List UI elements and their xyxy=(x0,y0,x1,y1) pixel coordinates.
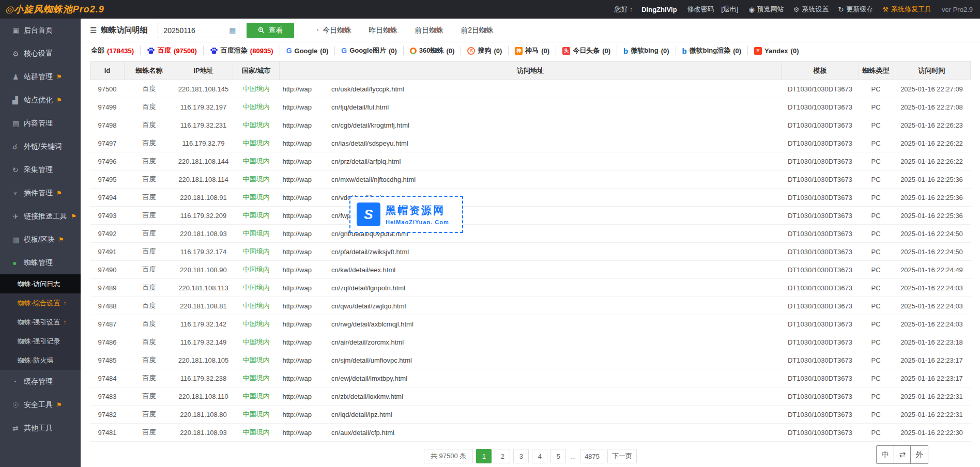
page-button-1[interactable]: 1 xyxy=(476,449,492,463)
filter-tab-搜狗[interactable]: S搜狗(0) xyxy=(461,46,509,55)
sidebar-item-核心设置[interactable]: ⚙核心设置 xyxy=(0,42,81,65)
logout-link[interactable]: [退出] xyxy=(721,5,738,14)
page-button-2[interactable]: 2 xyxy=(495,449,510,463)
sidebar-item-站群管理[interactable]: ♟站群管理⚑ xyxy=(0,65,81,88)
change-password-link[interactable]: 修改密码 [退出] xyxy=(687,5,739,14)
submenu-item-蜘蛛·综合设置[interactable]: 蜘蛛·综合设置↑ xyxy=(0,293,81,313)
next-page-button[interactable]: 下一页 xyxy=(607,449,637,463)
filter-tab-Google[interactable]: GGoogle(0) xyxy=(280,46,335,55)
cell-ip: 220.181.108.93 xyxy=(174,225,233,243)
sidebar-item-蜘蛛管理[interactable]: ●蜘蛛管理 xyxy=(0,251,81,274)
filter-tab-神马[interactable]: 神神马(0) xyxy=(509,46,556,55)
sidebar-item-插件管理[interactable]: ♆插件管理⚑ xyxy=(0,181,81,205)
submenu-item-蜘蛛·强引设置[interactable]: 蜘蛛·强引设置↑ xyxy=(0,313,81,332)
cell-visit-url: http://wapcn/pfa/detail/zwiksjvft.html xyxy=(280,243,782,261)
cell-spider-name: 百度 xyxy=(125,207,174,225)
so360-icon xyxy=(410,48,417,54)
spider-submenu: 蜘蛛·访问日志蜘蛛·综合设置↑蜘蛛·强引设置↑蜘蛛·强引记录蜘蛛·防火墙 xyxy=(0,274,81,370)
sidebar-item-站点优化[interactable]: ▟站点优化⚑ xyxy=(0,88,81,112)
cell-spider-type: PC xyxy=(859,351,893,369)
cell-visit-url: http://wapcn/cgb/detail/krogtmfj.html xyxy=(280,116,782,134)
refresh-icon: ↻ xyxy=(12,166,24,174)
url-path[interactable]: cn/pfa/detail/zwiksjvft.html xyxy=(331,248,409,256)
page-button-4[interactable]: 4 xyxy=(532,449,547,463)
navbar-link[interactable]: ◉预览网站 xyxy=(748,5,784,14)
page-button-5[interactable]: 5 xyxy=(550,449,566,463)
cell-id: 97493 xyxy=(90,207,125,225)
cell-template: DT1030/1030DT3673 xyxy=(782,116,859,134)
filter-tab-Yandex[interactable]: YYandex(0) xyxy=(748,47,805,55)
date-picker: ▦ xyxy=(158,23,239,38)
view-button[interactable]: 查看 xyxy=(247,23,294,38)
page-button-last[interactable]: 4875 xyxy=(580,449,604,463)
sidebar-item-模板/区块[interactable]: ▦模板/区块⚑ xyxy=(0,228,81,251)
cell-visit-time: 2025-01-16 22:24:50 xyxy=(893,243,971,261)
url-path[interactable]: cn/rwg/detail/axblcmqjl.html xyxy=(331,320,414,328)
url-prefix: http://wap xyxy=(283,338,312,346)
cell-ip: 116.179.32.174 xyxy=(174,243,233,261)
submenu-item-label: 蜘蛛·强引记录 xyxy=(18,337,60,346)
translate-widget[interactable]: 中 ⇄ 外 xyxy=(876,445,928,464)
submenu-item-蜘蛛·强引记录[interactable]: 蜘蛛·强引记录 xyxy=(0,332,81,351)
quick-link-昨日蜘蛛[interactable]: 昨日蜘蛛 xyxy=(360,26,406,35)
url-prefix: http://wap xyxy=(283,266,312,274)
date-input[interactable] xyxy=(158,23,239,38)
url-prefix: http://wap xyxy=(283,85,312,93)
baidu-paw-icon xyxy=(210,47,218,55)
up-arrow-icon: ↑ xyxy=(63,300,66,307)
url-path[interactable]: cn/sjm/detail/umfiovpc.html xyxy=(331,356,412,364)
pin-icon: ⚑ xyxy=(56,190,62,197)
url-path[interactable]: cn/prz/detail/arfplq.html xyxy=(331,158,401,165)
quick-link-前日蜘蛛[interactable]: 前日蜘蛛 xyxy=(406,26,452,35)
submenu-item-蜘蛛·防火墙[interactable]: 蜘蛛·防火墙 xyxy=(0,351,81,370)
filter-tab-全部[interactable]: 全部(178435) xyxy=(90,46,141,55)
cell-spider-name: 百度 xyxy=(125,297,174,315)
url-path[interactable]: cn/aux/detail/cfp.html xyxy=(331,429,394,437)
navbar-link[interactable]: ↻更新缓存 xyxy=(838,5,873,14)
sidebar-item-其他工具[interactable]: ⇄其他工具 xyxy=(0,416,81,440)
url-path[interactable]: cn/cgb/detail/krogtmfj.html xyxy=(331,121,409,129)
url-path[interactable]: cn/fjq/detail/ful.html xyxy=(331,103,389,111)
sidebar-item-外链/关键词[interactable]: ☌外链/关键词 xyxy=(0,135,81,158)
filter-tab-微软bing[interactable]: b微软bing(0) xyxy=(617,46,676,55)
cell-location: 中国境内 xyxy=(233,424,280,442)
location-label: 中国境内 xyxy=(243,121,270,129)
filter-tab-360蜘蛛[interactable]: 360蜘蛛(0) xyxy=(404,46,462,55)
url-path[interactable]: cn/ias/detail/sdspeyu.html xyxy=(331,139,408,147)
url-path[interactable]: cn/zlx/detail/ioxkmv.html xyxy=(331,393,403,400)
url-path[interactable]: cn/ewj/detail/lmxtbpy.html xyxy=(331,375,407,382)
table-row: 97488百度220.181.108.81中国境内http://wapcn/qw… xyxy=(90,297,971,315)
sidebar-item-链接推送工具[interactable]: ✈链接推送工具⚑ xyxy=(0,205,81,228)
sidebar-item-安全工具[interactable]: ☉安全工具⚑ xyxy=(0,393,81,416)
url-path[interactable]: cn/qwu/detail/zwjtqo.html xyxy=(331,302,406,310)
url-path[interactable]: cn/air/detail/zorcmx.html xyxy=(331,338,404,346)
calendar-icon[interactable]: ▦ xyxy=(229,26,236,35)
sidebar-item-label: 采集管理 xyxy=(24,165,53,175)
cell-template: DT1030/1030DT3673 xyxy=(782,387,859,406)
url-path[interactable]: cn/mxw/detail/njftocdhg.html xyxy=(331,176,416,183)
filter-tab-百度[interactable]: 百度(97500) xyxy=(141,46,204,55)
table-row: 97493百度116.179.32.209中国境内http://wapcn/fw… xyxy=(90,207,971,225)
filter-tab-Google图片[interactable]: GGoogle图片(0) xyxy=(335,46,404,55)
sidebar-item-后台首页[interactable]: ▣后台首页 xyxy=(0,19,81,42)
filter-tab-百度渲染[interactable]: 百度渲染(80935) xyxy=(204,46,280,55)
submenu-item-蜘蛛·访问日志[interactable]: 蜘蛛·访问日志 xyxy=(0,274,81,293)
navbar-link[interactable]: ⚙系统设置 xyxy=(793,5,829,14)
url-path[interactable]: cn/kwf/detail/eex.html xyxy=(331,266,395,274)
filter-tab-今日头条[interactable]: 头今日头条(0) xyxy=(556,46,617,55)
grid-icon: ▦ xyxy=(12,236,24,244)
url-path[interactable]: cn/iqd/detail/ipz.html xyxy=(331,411,392,418)
filter-tab-微软bing渲染[interactable]: b微软bing渲染(0) xyxy=(676,46,748,55)
navbar-link[interactable]: ⚒系统修复工具 xyxy=(882,5,931,14)
quick-link-今日蜘蛛[interactable]: ◔今日蜘蛛 xyxy=(307,26,360,35)
cell-template: DT1030/1030DT3673 xyxy=(782,369,859,387)
page-button-3[interactable]: 3 xyxy=(513,449,529,463)
sidebar-item-内容管理[interactable]: ▤内容管理 xyxy=(0,112,81,135)
sidebar-item-采集管理[interactable]: ↻采集管理 xyxy=(0,158,81,181)
sidebar-item-缓存管理[interactable]: ◔缓存管理 xyxy=(0,370,81,393)
quick-link-前2日蜘蛛[interactable]: 前2日蜘蛛 xyxy=(452,26,502,35)
url-path[interactable]: cn/zql/detail/lgnpotn.html xyxy=(331,284,405,292)
cell-visit-time: 2025-01-16 22:22:30 xyxy=(893,424,971,442)
url-path[interactable]: cn/usk/detail/fyccpk.html xyxy=(331,85,404,93)
table-row: 97487百度116.179.32.142中国境内http://wapcn/rw… xyxy=(90,315,971,333)
